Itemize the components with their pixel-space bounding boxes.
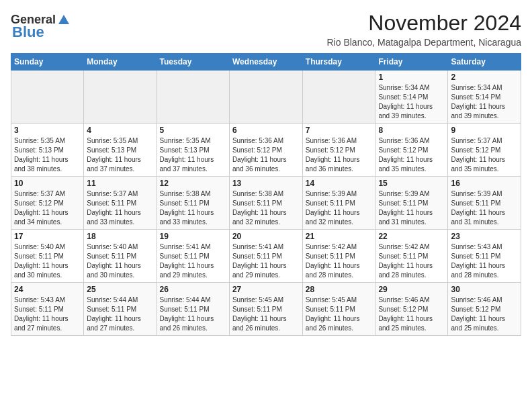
calendar-week-row: 24Sunrise: 5:43 AM Sunset: 5:11 PM Dayli… — [11, 283, 521, 336]
cell-text: Sunrise: 5:35 AM Sunset: 5:13 PM Dayligh… — [160, 137, 214, 173]
day-number: 15 — [378, 179, 445, 188]
calendar-cell — [11, 71, 84, 124]
calendar-cell: 23Sunrise: 5:43 AM Sunset: 5:11 PM Dayli… — [448, 230, 521, 283]
calendar-cell: 30Sunrise: 5:46 AM Sunset: 5:12 PM Dayli… — [448, 283, 521, 336]
weekday-header-tuesday: Tuesday — [157, 54, 229, 71]
cell-text: Sunrise: 5:34 AM Sunset: 5:14 PM Dayligh… — [451, 84, 505, 120]
calendar-table: SundayMondayTuesdayWednesdayThursdayFrid… — [11, 53, 521, 336]
cell-text: Sunrise: 5:43 AM Sunset: 5:11 PM Dayligh… — [451, 243, 505, 279]
calendar-cell: 27Sunrise: 5:45 AM Sunset: 5:11 PM Dayli… — [229, 283, 302, 336]
cell-text: Sunrise: 5:35 AM Sunset: 5:13 PM Dayligh… — [87, 137, 141, 173]
cell-text: Sunrise: 5:39 AM Sunset: 5:11 PM Dayligh… — [451, 190, 505, 226]
calendar-cell: 7Sunrise: 5:36 AM Sunset: 5:12 PM Daylig… — [302, 124, 375, 177]
day-number: 16 — [451, 179, 518, 188]
calendar-cell — [302, 71, 375, 124]
day-number: 9 — [451, 126, 518, 135]
day-number: 4 — [87, 126, 153, 135]
cell-text: Sunrise: 5:45 AM Sunset: 5:11 PM Dayligh… — [232, 296, 287, 332]
day-number: 12 — [160, 179, 226, 188]
cell-text: Sunrise: 5:37 AM Sunset: 5:11 PM Dayligh… — [87, 190, 141, 226]
calendar-cell: 22Sunrise: 5:42 AM Sunset: 5:11 PM Dayli… — [375, 230, 448, 283]
cell-text: Sunrise: 5:42 AM Sunset: 5:11 PM Dayligh… — [306, 243, 360, 279]
cell-text: Sunrise: 5:37 AM Sunset: 5:12 PM Dayligh… — [14, 190, 69, 226]
calendar-week-row: 17Sunrise: 5:40 AM Sunset: 5:11 PM Dayli… — [11, 230, 521, 283]
day-number: 23 — [451, 232, 518, 241]
day-number: 5 — [160, 126, 226, 135]
day-number: 7 — [306, 126, 373, 135]
cell-text: Sunrise: 5:40 AM Sunset: 5:11 PM Dayligh… — [14, 243, 69, 279]
weekday-header-thursday: Thursday — [302, 54, 375, 71]
cell-text: Sunrise: 5:37 AM Sunset: 5:12 PM Dayligh… — [451, 137, 505, 173]
calendar-cell: 14Sunrise: 5:39 AM Sunset: 5:11 PM Dayli… — [302, 177, 375, 230]
title-area: November 2024 Rio Blanco, Matagalpa Depa… — [327, 11, 522, 48]
calendar-cell: 11Sunrise: 5:37 AM Sunset: 5:11 PM Dayli… — [84, 177, 157, 230]
day-number: 2 — [451, 73, 518, 82]
page-header: General Blue November 2024 Rio Blanco, M… — [11, 11, 521, 48]
cell-text: Sunrise: 5:42 AM Sunset: 5:11 PM Dayligh… — [378, 243, 433, 279]
cell-text: Sunrise: 5:41 AM Sunset: 5:11 PM Dayligh… — [232, 243, 287, 279]
calendar-cell — [84, 71, 157, 124]
day-number: 10 — [14, 179, 81, 188]
calendar-week-row: 1Sunrise: 5:34 AM Sunset: 5:14 PM Daylig… — [11, 71, 521, 124]
cell-text: Sunrise: 5:35 AM Sunset: 5:13 PM Dayligh… — [14, 137, 69, 173]
logo-icon — [57, 13, 71, 27]
calendar-cell: 5Sunrise: 5:35 AM Sunset: 5:13 PM Daylig… — [157, 124, 229, 177]
cell-text: Sunrise: 5:36 AM Sunset: 5:12 PM Dayligh… — [306, 137, 360, 173]
calendar-cell — [229, 71, 302, 124]
day-number: 28 — [306, 285, 373, 294]
cell-text: Sunrise: 5:44 AM Sunset: 5:11 PM Dayligh… — [87, 296, 141, 332]
calendar-cell: 17Sunrise: 5:40 AM Sunset: 5:11 PM Dayli… — [11, 230, 84, 283]
day-number: 11 — [87, 179, 153, 188]
calendar-cell: 28Sunrise: 5:45 AM Sunset: 5:11 PM Dayli… — [302, 283, 375, 336]
calendar-cell: 3Sunrise: 5:35 AM Sunset: 5:13 PM Daylig… — [11, 124, 84, 177]
cell-text: Sunrise: 5:40 AM Sunset: 5:11 PM Dayligh… — [87, 243, 141, 279]
day-number: 13 — [232, 179, 300, 188]
calendar-cell: 18Sunrise: 5:40 AM Sunset: 5:11 PM Dayli… — [84, 230, 157, 283]
day-number: 3 — [14, 126, 81, 135]
cell-text: Sunrise: 5:38 AM Sunset: 5:11 PM Dayligh… — [232, 190, 287, 226]
cell-text: Sunrise: 5:34 AM Sunset: 5:14 PM Dayligh… — [378, 84, 433, 120]
calendar-cell: 15Sunrise: 5:39 AM Sunset: 5:11 PM Dayli… — [375, 177, 448, 230]
cell-text: Sunrise: 5:46 AM Sunset: 5:12 PM Dayligh… — [451, 296, 505, 332]
weekday-header-monday: Monday — [84, 54, 157, 71]
calendar-cell: 6Sunrise: 5:36 AM Sunset: 5:12 PM Daylig… — [229, 124, 302, 177]
location-subtitle: Rio Blanco, Matagalpa Department, Nicara… — [327, 37, 522, 48]
calendar-cell: 9Sunrise: 5:37 AM Sunset: 5:12 PM Daylig… — [448, 124, 521, 177]
logo-blue-text: Blue — [12, 24, 44, 40]
calendar-cell: 10Sunrise: 5:37 AM Sunset: 5:12 PM Dayli… — [11, 177, 84, 230]
calendar-cell: 21Sunrise: 5:42 AM Sunset: 5:11 PM Dayli… — [302, 230, 375, 283]
calendar-cell: 25Sunrise: 5:44 AM Sunset: 5:11 PM Dayli… — [84, 283, 157, 336]
cell-text: Sunrise: 5:44 AM Sunset: 5:11 PM Dayligh… — [160, 296, 214, 332]
day-number: 1 — [378, 73, 445, 82]
day-number: 27 — [232, 285, 300, 294]
day-number: 30 — [451, 285, 518, 294]
day-number: 26 — [160, 285, 226, 294]
cell-text: Sunrise: 5:38 AM Sunset: 5:11 PM Dayligh… — [160, 190, 214, 226]
day-number: 21 — [306, 232, 373, 241]
calendar-cell: 2Sunrise: 5:34 AM Sunset: 5:14 PM Daylig… — [448, 71, 521, 124]
calendar-cell: 8Sunrise: 5:36 AM Sunset: 5:12 PM Daylig… — [375, 124, 448, 177]
calendar-cell: 4Sunrise: 5:35 AM Sunset: 5:13 PM Daylig… — [84, 124, 157, 177]
calendar-cell: 19Sunrise: 5:41 AM Sunset: 5:11 PM Dayli… — [157, 230, 229, 283]
day-number: 18 — [87, 232, 153, 241]
cell-text: Sunrise: 5:39 AM Sunset: 5:11 PM Dayligh… — [306, 190, 360, 226]
calendar-cell: 26Sunrise: 5:44 AM Sunset: 5:11 PM Dayli… — [157, 283, 229, 336]
cell-text: Sunrise: 5:46 AM Sunset: 5:12 PM Dayligh… — [378, 296, 433, 332]
calendar-cell: 20Sunrise: 5:41 AM Sunset: 5:11 PM Dayli… — [229, 230, 302, 283]
day-number: 20 — [232, 232, 300, 241]
weekday-header-sunday: Sunday — [11, 54, 84, 71]
day-number: 24 — [14, 285, 81, 294]
day-number: 6 — [232, 126, 300, 135]
month-title: November 2024 — [327, 11, 522, 36]
day-number: 22 — [378, 232, 445, 241]
calendar-cell: 12Sunrise: 5:38 AM Sunset: 5:11 PM Dayli… — [157, 177, 229, 230]
calendar-week-row: 3Sunrise: 5:35 AM Sunset: 5:13 PM Daylig… — [11, 124, 521, 177]
calendar-cell: 24Sunrise: 5:43 AM Sunset: 5:11 PM Dayli… — [11, 283, 84, 336]
day-number: 8 — [378, 126, 445, 135]
cell-text: Sunrise: 5:39 AM Sunset: 5:11 PM Dayligh… — [378, 190, 433, 226]
day-number: 17 — [14, 232, 81, 241]
logo: General Blue — [11, 13, 71, 40]
day-number: 19 — [160, 232, 226, 241]
cell-text: Sunrise: 5:36 AM Sunset: 5:12 PM Dayligh… — [232, 137, 287, 173]
day-number: 29 — [378, 285, 445, 294]
